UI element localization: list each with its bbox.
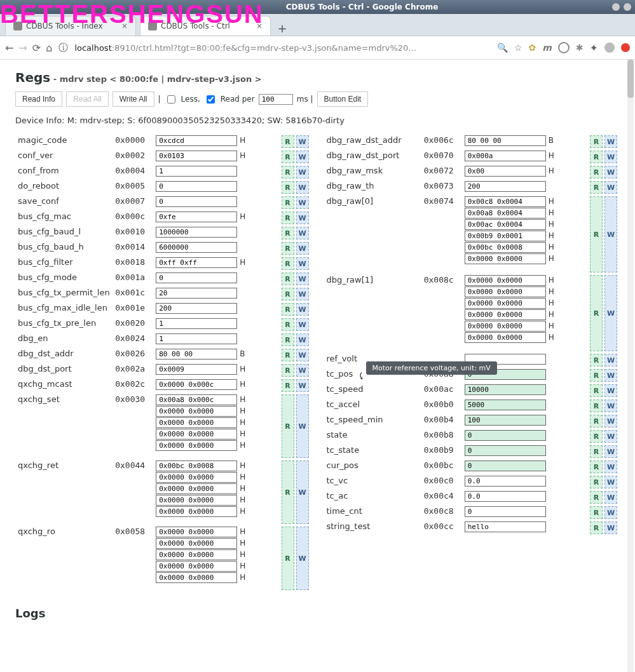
read-button[interactable]: R (282, 272, 294, 285)
reg-value-input[interactable] (465, 208, 546, 218)
write-button[interactable]: W (296, 288, 309, 300)
write-button[interactable]: W (296, 333, 309, 346)
reg-value-input[interactable] (465, 430, 546, 441)
ext-abp-icon[interactable] (621, 43, 630, 52)
back-button[interactable]: ← (5, 42, 13, 54)
reg-value-input[interactable] (465, 181, 546, 192)
reg-value-input[interactable] (156, 364, 237, 375)
reg-value-input[interactable] (465, 415, 546, 426)
reload-button[interactable]: ⟳ (32, 42, 41, 54)
reg-value-input[interactable] (156, 196, 237, 207)
write-button[interactable]: W (604, 491, 617, 504)
read-button[interactable]: R (590, 369, 603, 382)
read-button[interactable]: R (590, 135, 603, 148)
reg-value-input[interactable] (156, 527, 237, 537)
write-button[interactable]: W (604, 135, 617, 148)
write-button[interactable]: W (604, 476, 617, 488)
reg-value-input[interactable] (156, 288, 237, 299)
write-button[interactable]: W (604, 354, 617, 366)
minimize-icon[interactable] (612, 3, 620, 11)
write-button[interactable]: W (604, 196, 617, 272)
write-button[interactable]: W (604, 506, 617, 519)
read-per-input[interactable] (259, 94, 293, 105)
read-button[interactable]: R (282, 166, 294, 178)
read-button[interactable]: R (282, 303, 294, 316)
reg-value-input[interactable] (465, 460, 546, 471)
reg-value-input[interactable] (156, 151, 237, 161)
write-button[interactable]: W (296, 257, 309, 270)
reg-value-input[interactable] (465, 400, 546, 410)
write-all-button[interactable]: Write All (113, 91, 154, 107)
reg-value-input[interactable] (465, 253, 546, 264)
write-button[interactable]: W (604, 384, 617, 397)
read-all-button[interactable]: Read All (66, 91, 109, 107)
read-button[interactable]: R (282, 151, 294, 163)
write-button[interactable]: W (296, 151, 309, 163)
reg-value-input[interactable] (465, 521, 546, 532)
ext-3-icon[interactable] (558, 42, 570, 53)
reg-value-input[interactable] (156, 272, 237, 283)
reg-value-input[interactable] (156, 212, 237, 222)
write-button[interactable]: W (604, 369, 617, 382)
reg-value-input[interactable] (156, 394, 237, 405)
reg-value-input[interactable] (156, 349, 237, 360)
profile-icon[interactable] (604, 43, 615, 53)
read-button[interactable]: R (590, 166, 603, 178)
write-button[interactable]: W (296, 272, 309, 285)
write-button[interactable]: W (296, 196, 309, 209)
read-button[interactable]: R (590, 400, 603, 412)
scrollbar-thumb[interactable] (627, 60, 634, 98)
read-button[interactable]: R (282, 318, 294, 331)
scrollbar-track[interactable] (627, 60, 634, 672)
ext-2-icon[interactable]: m (542, 43, 552, 53)
read-button[interactable]: R (282, 379, 294, 392)
reg-value-input[interactable] (156, 379, 237, 390)
reg-value-input[interactable] (156, 472, 237, 483)
new-tab-button[interactable]: + (275, 20, 290, 36)
read-button[interactable]: R (590, 506, 603, 519)
reg-value-input[interactable] (156, 483, 237, 494)
read-button[interactable]: R (590, 384, 603, 397)
write-button[interactable]: W (604, 151, 617, 163)
read-button[interactable]: R (282, 527, 294, 590)
reg-value-input[interactable] (156, 257, 237, 268)
write-button[interactable]: W (604, 400, 617, 412)
less-checkbox[interactable] (167, 95, 175, 104)
reg-value-input[interactable] (156, 227, 237, 238)
write-button[interactable]: W (604, 460, 617, 473)
read-per-checkbox[interactable] (207, 95, 215, 104)
reg-value-input[interactable] (465, 491, 546, 502)
write-button[interactable]: W (296, 303, 309, 316)
read-button[interactable]: R (590, 521, 603, 534)
search-icon[interactable]: 🔍 (497, 43, 508, 53)
read-button[interactable]: R (282, 135, 294, 148)
write-button[interactable]: W (296, 212, 309, 224)
read-button[interactable]: R (590, 354, 603, 366)
read-button[interactable]: R (282, 333, 294, 346)
browser-tab-2[interactable]: CDBUS Tools - Ctrl × (140, 16, 271, 36)
write-button[interactable]: W (296, 181, 309, 194)
read-button[interactable]: R (590, 196, 603, 272)
reg-value-input[interactable] (156, 166, 237, 177)
read-info-button[interactable]: Read Info (15, 91, 62, 107)
write-button[interactable]: W (604, 430, 617, 443)
read-button[interactable]: R (282, 349, 294, 361)
os-window-controls[interactable] (612, 3, 631, 11)
reg-value-input[interactable] (465, 321, 546, 332)
reg-value-input[interactable] (465, 309, 546, 320)
read-button[interactable]: R (282, 212, 294, 224)
read-button[interactable]: R (590, 491, 603, 504)
reg-value-input[interactable] (156, 440, 237, 451)
read-button[interactable]: R (282, 181, 294, 194)
read-button[interactable]: R (590, 460, 603, 473)
reg-value-input[interactable] (465, 506, 546, 517)
read-button[interactable]: R (282, 394, 294, 458)
read-button[interactable]: R (590, 445, 603, 458)
reg-value-input[interactable] (465, 445, 546, 456)
reg-value-input[interactable] (156, 561, 237, 572)
reg-value-input[interactable] (156, 333, 237, 344)
reg-value-input[interactable] (156, 506, 237, 517)
reg-value-input[interactable] (465, 298, 546, 309)
read-button[interactable]: R (282, 288, 294, 300)
read-button[interactable]: R (590, 415, 603, 427)
